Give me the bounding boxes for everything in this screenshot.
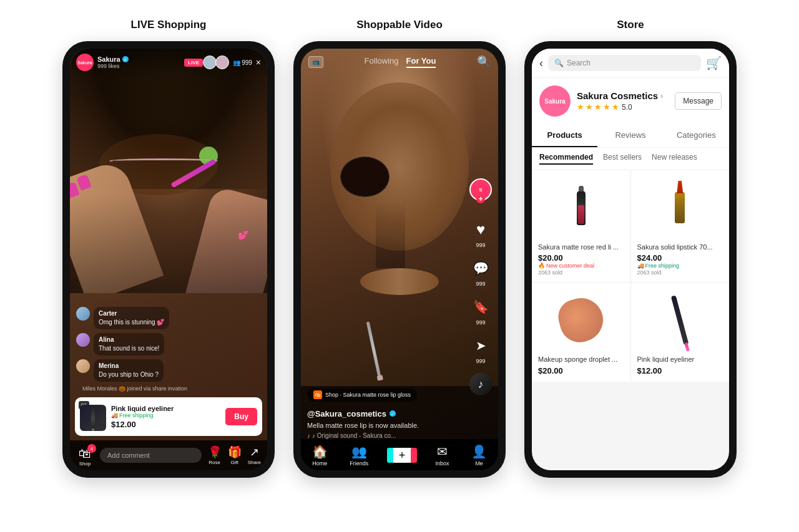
share-button[interactable]: ➤ 999 <box>469 334 492 364</box>
store-stars: ★ ★ ★ ★ ★ 5.0 <box>577 102 669 112</box>
video-username: @Sakura_cosmetics <box>307 409 386 418</box>
product-image-4 <box>637 289 723 351</box>
bookmark-button[interactable]: 🔖 999 <box>469 296 492 326</box>
shop-tag[interactable]: 🛍 Shop · Sakura matte rose lip gloss <box>307 388 417 402</box>
comment-input[interactable]: Add comment <box>100 448 202 463</box>
store-info: Sakura Cosmetics › ★ ★ ★ ★ ★ 5.0 <box>577 90 669 112</box>
store-name: Sakura Cosmetics <box>577 90 658 101</box>
products-tab[interactable]: Products <box>532 124 597 147</box>
search-input[interactable]: Search <box>567 59 591 67</box>
add-nav-item[interactable]: + <box>391 448 413 463</box>
system-message: Miles Morales 🎃 joined via share invatio… <box>76 385 261 392</box>
sold-count-2: 2063 sold <box>637 269 723 276</box>
free-shipping-2: 🚚 Free shipping <box>637 263 723 269</box>
inbox-nav-item[interactable]: ✉ Inbox <box>436 444 449 467</box>
store-chevron-icon: › <box>660 92 663 100</box>
cart-icon[interactable]: 🛒 <box>706 56 722 70</box>
eyeliner-icon <box>91 407 95 429</box>
video-music: ♪ ♪ Original sound - Sakura co... <box>307 432 464 439</box>
filter-new-releases[interactable]: New releases <box>652 153 697 165</box>
comment-2: Alina That sound is so nice! <box>76 333 261 355</box>
comment-button[interactable]: 💬 999 <box>469 257 492 287</box>
live-right-icons: 👥 999 × <box>203 56 261 69</box>
friends-nav-item[interactable]: 👥 Friends <box>350 444 368 467</box>
tiktok-disc-icon: ♪ <box>478 378 484 391</box>
product-cell-1[interactable]: Sakura matte rose red li ... $20.00 🔥 Ne… <box>532 170 630 282</box>
verify-badge: ✓ <box>122 56 129 62</box>
shop-label: Shop <box>79 461 91 467</box>
lipstick-body <box>675 192 685 223</box>
bookmark-count: 999 <box>476 319 485 326</box>
tiktok-nav-bar: 🏠 Home 👥 Friends + <box>301 439 498 470</box>
store-profile: Sakura Sakura Cosmetics › ★ ★ ★ ★ <box>532 78 729 124</box>
rose-icon-btn[interactable]: 🌹 Rose <box>208 445 222 465</box>
filter-best-sellers[interactable]: Best sellers <box>603 153 642 165</box>
new-customer-deal-1: 🔥 New customer deal <box>538 263 624 269</box>
like-button[interactable]: ♥ 999 <box>469 218 492 248</box>
video-right-sidebar: S ♥ 999 💬 999 🔖 999 <box>469 178 492 395</box>
store-avatar-label: Sakura <box>544 98 565 105</box>
product-cell-2[interactable]: Sakura solid lipstick 70... $24.00 🚚 Fre… <box>631 170 730 282</box>
close-button[interactable]: × <box>256 57 261 67</box>
for-you-tab[interactable]: For You <box>406 56 436 68</box>
back-button[interactable]: ‹ <box>539 57 543 70</box>
product-image-3 <box>538 289 624 351</box>
home-nav-item[interactable]: 🏠 Home <box>312 444 328 467</box>
buy-button[interactable]: Buy <box>225 408 257 425</box>
product-price: $12.00 <box>111 420 220 429</box>
shop-tag-text: Shop · Sakura matte rose lip gloss <box>325 392 411 398</box>
shoppable-video-title: Shoppable Video <box>356 19 443 31</box>
comment-count: 999 <box>476 281 485 287</box>
me-nav-item[interactable]: 👤 Me <box>471 444 487 467</box>
filter-row: Recommended Best sellers New releases <box>532 148 729 170</box>
bookmark-icon: 🔖 <box>469 296 492 318</box>
comment-text-3: Merina Do you ship to Ohio ? <box>94 359 164 382</box>
store-title: Store <box>617 19 644 31</box>
store-header: ‹ 🔍 Search 🛒 <box>532 49 729 78</box>
share-icon-btn[interactable]: ↗ Share <box>248 445 261 465</box>
following-tab[interactable]: Following <box>365 56 399 68</box>
eyeliner-tip <box>685 342 690 351</box>
reviews-tab[interactable]: Reviews <box>597 124 663 147</box>
comment-avatar-1 <box>76 307 90 321</box>
video-description: Mella matte rose lip is now available. <box>307 421 464 430</box>
share-count: 999 <box>476 358 485 364</box>
shop-icon-wrap[interactable]: 🛍 Shop 4 <box>76 447 94 464</box>
video-header: 📺 Following For You 🔍 <box>301 49 498 75</box>
product-image-1 <box>538 177 624 239</box>
inbox-label: Inbox <box>436 460 449 467</box>
search-icon-video[interactable]: 🔍 <box>477 55 491 69</box>
filter-recommended[interactable]: Recommended <box>539 153 593 165</box>
add-button[interactable]: + <box>391 448 413 463</box>
friends-icon: 👥 <box>351 444 367 459</box>
product-name-1: Sakura matte rose red li ... <box>538 243 624 251</box>
message-button[interactable]: Message <box>675 92 722 110</box>
sakura-follow-button[interactable]: S <box>469 178 492 201</box>
gift-icon-btn[interactable]: 🎁 Gift <box>228 445 242 465</box>
lipgloss-liquid <box>578 205 584 224</box>
gift-icon: 🎁 <box>228 445 242 459</box>
product-cell-4[interactable]: Pink liquid eyeliner $12.00 <box>631 283 730 381</box>
star-rating: 5.0 <box>622 103 632 112</box>
live-bottom-bar: 🛍 Shop 4 Add comment 🌹 Rose 🎁 Gi <box>70 440 267 470</box>
product-cell-3[interactable]: Makeup sponge droplet ... $20.00 <box>532 283 630 381</box>
star-3: ★ <box>594 102 602 112</box>
lipgloss-bottle <box>577 191 586 225</box>
like-count: 999 <box>476 242 485 248</box>
search-bar[interactable]: 🔍 Search <box>548 55 701 71</box>
eyeliner-stick <box>671 296 689 345</box>
star-1: ★ <box>577 102 584 112</box>
categories-tab[interactable]: Categories <box>664 124 729 147</box>
live-badge: LIVE <box>184 59 203 67</box>
comment-avatar-2 <box>76 333 90 347</box>
friends-label: Friends <box>350 460 368 467</box>
comment-1: Carter Omg this is stunning 💕 <box>76 307 261 329</box>
sold-count-1: 2063 sold <box>538 269 624 276</box>
product-name: Pink liquid eyeliner <box>111 405 220 412</box>
product-name-4: Pink liquid eyeliner <box>637 355 723 364</box>
video-header-left: 📺 <box>308 56 323 68</box>
sponge-image <box>554 293 608 347</box>
comments-section: Carter Omg this is stunning 💕 Alina That… <box>70 307 267 395</box>
comment-avatar-3 <box>76 359 90 373</box>
product-price-1: $20.00 <box>538 253 624 263</box>
